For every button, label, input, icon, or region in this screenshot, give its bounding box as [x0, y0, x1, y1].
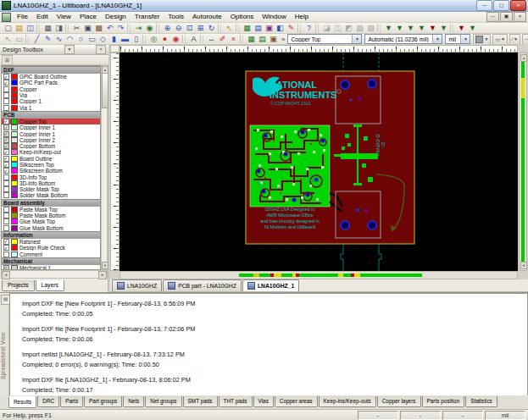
menu-item[interactable]: View	[53, 12, 75, 22]
pcb-canvas[interactable]: NATIONAL INSTRUMENTS © COPYRIGHT 2012	[119, 52, 518, 271]
layer-visibility-checkbox[interactable]	[3, 92, 9, 98]
import-icon[interactable]: ⇥	[133, 23, 144, 33]
place-polyline-icon[interactable]: ✎	[42, 34, 53, 44]
layer-row[interactable]: Silkscreen Bottom	[2, 168, 100, 174]
chevron-down-icon[interactable]: ▼	[460, 35, 470, 43]
rect-select-tool-icon[interactable]: ▭	[14, 34, 25, 44]
tree-vertical-scrollbar[interactable]: ▲ ▼	[101, 65, 108, 270]
select-icon[interactable]: ↖	[224, 23, 235, 33]
transparency-1-icon[interactable]: ◪	[321, 23, 332, 33]
layer-row[interactable]: Design Rule Check	[2, 245, 100, 251]
document-tab[interactable]: LNA10GHZ_1	[242, 279, 299, 291]
layer-row[interactable]: Comment	[2, 251, 100, 257]
zoom-full-icon[interactable]: ⊞	[195, 23, 206, 33]
scrollbar-thumb[interactable]	[102, 73, 108, 108]
place-line-icon[interactable]: ╱	[31, 34, 42, 44]
undo-icon[interactable]: ↶	[104, 23, 115, 33]
layer-row[interactable]: Silkscreen Top	[2, 162, 100, 168]
layer-visibility-checkbox[interactable]	[3, 180, 9, 186]
layer-row[interactable]: Solder Mask Top	[2, 186, 100, 192]
place-via-icon[interactable]: ◎	[148, 34, 159, 44]
scroll-up-icon[interactable]: ▲	[520, 54, 527, 62]
menu-item[interactable]: Options	[226, 12, 258, 22]
mdi-restore-button[interactable]: ▣	[500, 12, 513, 22]
layer-visibility-checkbox[interactable]	[3, 105, 9, 111]
mdi-minimize-button[interactable]: —	[486, 12, 499, 22]
place-keepout-icon[interactable]: ▯	[131, 34, 142, 44]
layer-row[interactable]: Paste Mask Bottom	[2, 213, 100, 218]
board-wizard-icon[interactable]: ▤	[257, 34, 268, 44]
layer-row[interactable]: Via	[2, 92, 100, 98]
cut-icon[interactable]: ✂	[71, 23, 82, 33]
layer-row[interactable]: GPIC Board Outline	[2, 74, 100, 80]
layer-row[interactable]: Solder Mask Bottom	[2, 192, 100, 198]
redo-icon[interactable]: ↷	[115, 23, 126, 33]
layer-visibility-checkbox[interactable]	[3, 192, 9, 198]
layer-row[interactable]: Glue Mask Top	[2, 218, 100, 224]
layer-visibility-checkbox[interactable]	[3, 213, 9, 218]
toggle-paste-mask-icon[interactable]: ▼	[427, 23, 438, 33]
spreadsheet-tab[interactable]: SMT pads	[183, 396, 218, 407]
spreadsheet-tab[interactable]: Net groups	[145, 396, 181, 407]
toggle-copper-top-icon[interactable]: ▼	[383, 23, 394, 33]
spreadsheet-tab[interactable]: Vias	[253, 396, 274, 407]
print-icon[interactable]: ▦	[42, 23, 53, 33]
help-icon[interactable]: ?	[303, 23, 314, 33]
layer-row[interactable]: 3D-Info Bottom	[2, 180, 100, 186]
spreadsheet-tab[interactable]: Statistics	[465, 396, 497, 407]
properties-icon[interactable]: ▣	[264, 23, 275, 33]
title-bar[interactable]: LNA10GHZ_1 - Ultiboard - [LNA10GHZ_1] — …	[0, 0, 528, 12]
transparency-3-icon[interactable]: ◩	[343, 23, 354, 33]
scroll-left-icon[interactable]: ◄	[2, 271, 10, 279]
toggle-keepout-icon[interactable]: ▼	[438, 23, 449, 33]
toolbox-tab[interactable]: Layers	[36, 280, 64, 291]
place-polygon-icon[interactable]: ◇	[97, 34, 108, 44]
layer-visibility-checkbox[interactable]	[3, 98, 9, 104]
shape-picker[interactable]: ▭▼	[492, 34, 508, 45]
results-log[interactable]: Import DXF file [New Footprint 1] - Febr…	[9, 293, 528, 396]
layer-row[interactable]: Board Outline	[2, 156, 100, 162]
place-tht-pad-icon[interactable]: ◉	[170, 34, 181, 44]
unit-selector[interactable]: mil ▼	[445, 34, 470, 44]
toolbox-close-button[interactable]: ×	[96, 45, 106, 54]
toolbox-menu-button[interactable]: ▾	[64, 45, 75, 54]
print-preview-icon[interactable]: ◨	[53, 23, 64, 33]
menu-item[interactable]: Place	[75, 12, 101, 22]
layer-row[interactable]: Via 1	[2, 104, 100, 110]
menu-item[interactable]: Design	[101, 12, 131, 22]
place-circle-icon[interactable]: ○	[75, 34, 86, 44]
place-rectangle-icon[interactable]: ▭	[86, 34, 97, 44]
layer-row[interactable]: Glue Mask Bottom	[2, 225, 100, 231]
mdi-close-button[interactable]: ×	[514, 12, 526, 22]
place-text-icon[interactable]: A	[188, 34, 199, 44]
toolbox-tab[interactable]: Projects	[2, 280, 35, 291]
capture-icon[interactable]: ◉	[144, 23, 155, 33]
scroll-down-icon[interactable]: ▼	[102, 262, 108, 269]
menu-item[interactable]: Transfer	[131, 12, 164, 22]
zoom-window-icon[interactable]: ⊡	[184, 23, 195, 33]
design-rules-icon[interactable]: ▦	[242, 23, 253, 33]
layer-row[interactable]: Copper 1	[2, 98, 100, 104]
redraw-icon[interactable]: ↻	[206, 23, 217, 33]
toggle-silkscreen-icon[interactable]: ▼	[405, 23, 416, 33]
document-tab[interactable]: PCB part - LNA10GHZ	[163, 279, 242, 291]
open-file-icon[interactable]: ▤	[14, 23, 25, 33]
paste-icon[interactable]: ▩	[93, 23, 104, 33]
place-arc-icon[interactable]: ◠	[64, 34, 75, 44]
layer-visibility-checkbox[interactable]	[3, 168, 9, 174]
spreadsheet-tab[interactable]: Results	[8, 396, 36, 408]
canvas-vertical-scrollbar[interactable]: ▲ ▼	[519, 52, 527, 271]
layer-row[interactable]: Copper Inner 2	[2, 137, 100, 143]
tree-horizontal-scrollbar[interactable]: ◄ ►	[1, 270, 108, 279]
layer-row[interactable]: Ratsnest	[2, 239, 100, 245]
close-button[interactable]: ×	[510, 0, 526, 11]
document-tab[interactable]: LNA10GHZ	[112, 279, 162, 291]
spreadsheet-tab[interactable]: Keep-ins/Keep-outs	[319, 396, 376, 407]
spreadsheet-tab[interactable]: Parts	[60, 396, 83, 407]
canvas-horizontal-scrollbar[interactable]	[119, 271, 518, 279]
menu-item[interactable]: Help	[291, 12, 313, 22]
spreadsheet-tab[interactable]: THT pads	[219, 396, 253, 407]
toggle-solder-mask-icon[interactable]: ▼	[416, 23, 427, 33]
toggle-ratsnest-icon[interactable]: ▼	[456, 23, 467, 33]
toggle-vias-icon[interactable]: ▼	[467, 23, 478, 33]
